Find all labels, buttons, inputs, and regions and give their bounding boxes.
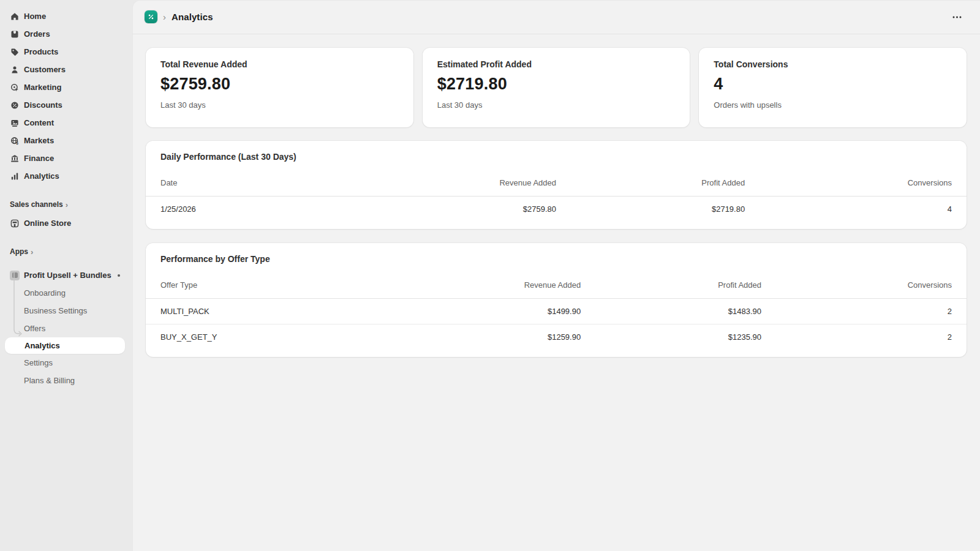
cell-conversions: 2 (761, 324, 967, 350)
sidebar-item-home[interactable]: Home (5, 7, 127, 25)
table-row: 1/25/2026 $2759.80 $2719.80 4 (146, 196, 967, 222)
sub-item-label: Onboarding (24, 288, 66, 298)
column-header-conversions: Conversions (761, 272, 967, 298)
cell-date: 1/25/2026 (146, 196, 359, 222)
app-favicon (10, 271, 20, 280)
app-icon (145, 10, 157, 23)
column-header-revenue-added: Revenue Added (359, 170, 556, 196)
sidebar-item-customers[interactable]: Customers (5, 61, 127, 78)
sidebar-item-label: Finance (24, 154, 54, 163)
stat-card-row: Total Revenue Added $2759.80 Last 30 day… (146, 48, 967, 127)
column-header-conversions: Conversions (745, 170, 967, 196)
offer-performance-card: Performance by Offer Type Offer Type Rev… (146, 243, 967, 357)
column-header-date: Date (146, 170, 359, 196)
column-header-profit-added: Profit Added (556, 170, 745, 196)
sidebar-item-products[interactable]: Products (5, 43, 127, 61)
shopify-admin: Home Orders Products Customers Marketing (0, 0, 980, 551)
cell-conversions: 4 (745, 196, 967, 222)
cell-profit: $1483.90 (581, 298, 761, 324)
sidebar-item-business-settings[interactable]: Business Settings (0, 302, 125, 320)
image-icon (10, 118, 20, 128)
tag-icon (10, 47, 20, 57)
table-row: BUY_X_GET_Y $1259.90 $1235.90 2 (146, 324, 967, 350)
sidebar: Home Orders Products Customers Marketing (0, 0, 132, 551)
sidebar-item-plans-billing[interactable]: Plans & Billing (0, 372, 125, 389)
sidebar-item-label: Online Store (24, 219, 71, 228)
apps-header[interactable]: Apps › (0, 246, 132, 258)
topbar: › Analytics (132, 0, 980, 34)
chevron-right-icon: › (66, 201, 68, 209)
sidebar-item-markets[interactable]: $ Markets (5, 132, 127, 149)
column-header-profit-added: Profit Added (581, 272, 761, 298)
column-header-revenue-added: Revenue Added (368, 272, 581, 298)
sidebar-item-label: Analytics (24, 171, 59, 181)
sidebar-item-content[interactable]: Content (5, 114, 127, 132)
bank-icon (10, 154, 20, 163)
sidebar-item-label: Discounts (24, 100, 62, 110)
cell-offer-type: BUY_X_GET_Y (146, 324, 368, 350)
storefront-icon (10, 219, 20, 228)
cell-revenue: $1499.90 (368, 298, 581, 324)
content-area: Total Revenue Added $2759.80 Last 30 day… (132, 34, 980, 384)
home-icon (10, 12, 20, 21)
daily-performance-title: Daily Performance (Last 30 Days) (146, 151, 967, 163)
sidebar-item-offers[interactable]: Offers (0, 320, 125, 337)
bar-chart-icon (10, 171, 20, 181)
sidebar-item-finance[interactable]: Finance (5, 149, 127, 167)
more-actions-button[interactable] (948, 9, 965, 26)
sub-item-label: Business Settings (24, 306, 87, 315)
sidebar-item-analytics[interactable]: Analytics (5, 167, 127, 185)
sidebar-item-app-analytics-selected[interactable]: Analytics (5, 337, 125, 354)
cell-conversions: 2 (761, 298, 967, 324)
stat-card-estimated-profit: Estimated Profit Added $2719.80 Last 30 … (423, 48, 690, 127)
cell-profit: $1235.90 (581, 324, 761, 350)
stat-subtitle: Last 30 days (437, 100, 676, 110)
offer-performance-table: Offer Type Revenue Added Profit Added Co… (146, 272, 967, 350)
sidebar-item-label: Customers (24, 65, 66, 74)
sidebar-item-discounts[interactable]: Discounts (5, 96, 127, 114)
svg-text:$: $ (16, 141, 18, 146)
stat-value: $2719.80 (437, 75, 676, 94)
page-title: Analytics (172, 12, 213, 22)
sidebar-item-online-store[interactable]: Online Store (5, 214, 127, 232)
daily-performance-card: Daily Performance (Last 30 Days) Date Re… (146, 141, 967, 229)
globe-icon: $ (10, 136, 20, 146)
sub-item-label: Plans & Billing (24, 376, 75, 385)
stat-title: Total Conversions (714, 59, 952, 69)
cell-offer-type: MULTI_PACK (146, 298, 368, 324)
column-header-offer-type: Offer Type (146, 272, 368, 298)
stat-title: Total Revenue Added (160, 59, 399, 69)
sidebar-item-label: Marketing (24, 83, 61, 92)
sidebar-item-label: Products (24, 47, 58, 56)
breadcrumb-chevron-icon: › (163, 12, 166, 22)
offer-performance-title: Performance by Offer Type (146, 253, 967, 265)
stat-value: 4 (714, 75, 952, 94)
table-row: MULTI_PACK $1499.90 $1483.90 2 (146, 298, 967, 324)
person-icon (10, 65, 20, 75)
stat-subtitle: Last 30 days (160, 100, 399, 110)
app-name-label: Profit Upsell + Bundles (24, 271, 111, 280)
cell-revenue: $2759.80 (359, 196, 556, 222)
sidebar-item-orders[interactable]: Orders (5, 25, 127, 43)
sidebar-item-label: Orders (24, 29, 50, 39)
cell-revenue: $1259.90 (368, 324, 581, 350)
sales-channels-label: Sales channels (10, 200, 63, 209)
sub-item-label: Offers (24, 324, 45, 333)
stat-title: Estimated Profit Added (437, 59, 676, 69)
cell-profit: $2719.80 (556, 196, 745, 222)
sidebar-item-onboarding[interactable]: Onboarding (0, 284, 125, 302)
sub-item-label: Settings (24, 358, 53, 367)
sub-item-label: Analytics (24, 341, 60, 350)
sidebar-item-marketing[interactable]: Marketing (5, 78, 127, 96)
sidebar-item-label: Home (24, 12, 46, 21)
sales-channels-header[interactable]: Sales channels › (0, 198, 132, 211)
discount-badge-icon (10, 100, 20, 110)
sidebar-item-settings[interactable]: Settings (0, 354, 125, 372)
sidebar-item-label: Markets (24, 136, 54, 145)
target-cursor-icon (10, 83, 20, 92)
stat-subtitle: Orders with upsells (714, 100, 952, 110)
app-pin-dot (118, 274, 120, 277)
sidebar-item-profit-upsell-app[interactable]: Profit Upsell + Bundles (5, 266, 127, 284)
chevron-right-icon: › (31, 248, 33, 256)
sidebar-item-label: Content (24, 118, 54, 127)
